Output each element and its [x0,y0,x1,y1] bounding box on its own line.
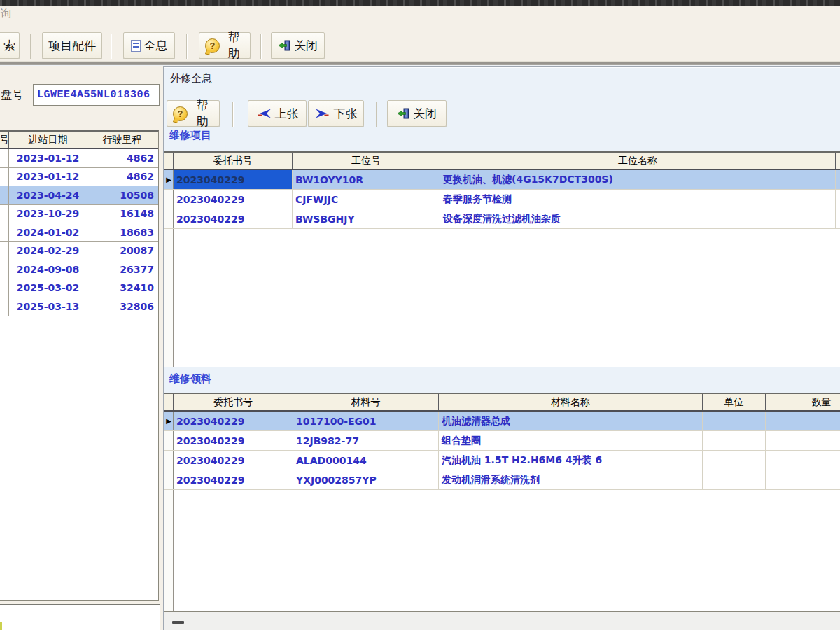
dialog-close-button[interactable]: 关闭 [387,100,447,127]
table-row[interactable]: 2025-03-0232410 [0,279,158,298]
toolbar-separator [376,102,377,127]
toolbar-separator [260,34,262,59]
table-cell[interactable]: 4862 [88,149,158,167]
table-cell[interactable]: CJFWJJC [293,190,440,209]
column-header: 工位号 [293,153,440,169]
table-cell[interactable]: 1017100-EG01 [293,412,439,430]
search-button[interactable]: 索 [0,32,20,59]
table-cell[interactable] [0,298,9,316]
table-cell[interactable]: 2023040229 [174,170,293,189]
table-cell[interactable]: 2023040229 [174,431,293,450]
table-row[interactable]: ▶2023040229BW1OYY10R更换机油、机滤(4G15K7DCT300… [164,170,840,190]
table-cell[interactable]: 更换机油、机滤(4G15K7DCT300S) [440,170,836,189]
close-label: 关闭 [294,38,318,54]
table-cell[interactable]: 32410 [88,279,158,298]
table-cell[interactable]: 2025-03-02 [9,279,88,298]
table-cell[interactable]: 18683 [88,223,158,241]
table-cell[interactable] [766,431,840,450]
table-cell[interactable]: 2023040229 [174,412,293,430]
table-cell[interactable]: 26377 [88,260,158,279]
table-cell[interactable]: 2024-02-29 [9,242,88,260]
table-cell[interactable]: 机油滤清器总成 [439,412,703,430]
table-cell[interactable]: 春季服务节检测 [440,190,836,209]
table-cell[interactable] [0,242,9,260]
row-indicator: ▶ [164,170,174,189]
table-row[interactable]: 202304022912JB982-77组合垫圈 [164,431,840,451]
dialog-toolbar: ? 帮助 上张 下张 [164,100,840,128]
column-header: 号 [0,132,9,148]
table-cell[interactable]: 2023-01-12 [9,168,88,186]
table-cell[interactable]: 12JB982-77 [293,431,439,450]
table-cell[interactable]: 组合垫圈 [439,431,703,450]
table-cell[interactable] [703,412,766,430]
dialog-help-button[interactable]: ? 帮助 [167,100,220,127]
table-cell[interactable] [0,279,9,298]
table-cell[interactable] [703,431,766,450]
hologram-button[interactable]: 全息 [123,32,175,59]
chassis-number-field[interactable]: LGWEE4A55NL018306 [33,84,160,106]
table-cell[interactable]: 2023040229 [174,470,293,489]
visits-grid: 号进站日期行驶里程2023-01-1248622023-01-124862202… [0,130,159,601]
table-cell[interactable]: 20087 [88,242,158,260]
table-cell[interactable] [0,168,9,186]
table-cell[interactable]: 4862 [88,168,158,186]
table-row[interactable]: 2023-01-124862 [0,168,158,187]
table-cell[interactable]: 2023040229 [174,209,293,228]
table-cell[interactable] [703,451,766,470]
table-cell[interactable]: 2023-04-24 [9,186,88,204]
table-cell[interactable]: 10508 [88,186,158,204]
table-cell[interactable]: 2024-01-02 [9,223,88,241]
table-cell[interactable]: BW1OYY10R [293,170,440,189]
table-cell[interactable] [703,470,766,489]
table-row[interactable]: 2023-10-2916148 [0,205,158,224]
table-cell[interactable]: 2024-09-08 [9,260,88,279]
next-record-button[interactable]: 下张 [308,100,364,127]
row-indicator [164,451,174,470]
table-row[interactable]: 2025-03-1332806 [0,298,158,316]
table-cell[interactable]: 2023-01-12 [9,149,88,167]
table-row[interactable]: 2024-09-0826377 [0,260,158,279]
dialog-title: 外修全息 [170,72,212,85]
table-cell[interactable]: 2023040229 [174,451,293,470]
table-row[interactable]: 2024-02-2920087 [0,242,158,261]
column-header: 行驶里程 [88,132,158,148]
table-cell[interactable]: ALAD000144 [293,451,439,470]
table-row[interactable]: 2023-01-124862 [0,149,158,168]
table-cell[interactable]: 16148 [88,205,158,223]
table-row[interactable]: 2023040229CJFWJJC春季服务节检测 [164,190,840,209]
table-cell[interactable]: YXJ0002857YP [293,470,439,489]
table-cell[interactable] [0,260,9,279]
table-cell[interactable]: 汽油机油 1.5T H2.H6M6 4升装 6 [439,451,703,470]
menu-item-query[interactable]: 询 [1,7,11,20]
table-row[interactable]: 2023040229YXJ0002857YP发动机润滑系统清洗剂 [164,470,840,490]
table-cell[interactable]: 设备深度清洗过滤机油杂质 [440,209,836,228]
table-cell[interactable] [0,149,9,167]
table-cell[interactable]: 2023040229 [174,190,293,209]
table-cell[interactable] [766,470,840,489]
project-parts-button[interactable]: 项目配件 [42,32,102,59]
table-cell[interactable] [0,186,9,204]
table-cell[interactable]: BWSBGHJY [293,209,440,228]
help-button[interactable]: ? 帮助 [199,32,251,59]
bottom-input[interactable] [0,604,160,630]
table-cell[interactable]: 2025-03-13 [9,298,88,316]
arrow-left-icon [256,108,272,119]
table-cell[interactable] [0,223,9,241]
table-cell[interactable] [766,451,840,470]
table-row[interactable]: 2023040229BWSBGHJY设备深度清洗过滤机油杂质 [164,209,840,229]
table-row[interactable]: 2024-01-0218683 [0,223,158,242]
table-cell[interactable]: 2023-10-29 [9,205,88,223]
table-row[interactable]: 2023-04-2410508 [0,186,158,205]
table-cell[interactable]: 32806 [88,298,158,316]
close-button[interactable]: 关闭 [271,32,325,59]
exit-door-icon [397,108,410,119]
previous-record-button[interactable]: 上张 [248,100,307,127]
table-cell[interactable] [766,412,840,430]
table-row[interactable]: 2023040229ALAD000144汽油机油 1.5T H2.H6M6 4升… [164,451,840,470]
dialog-close-label: 关闭 [413,106,437,122]
search-button-label: 索 [4,38,15,54]
resize-grip [172,621,184,624]
table-row[interactable]: ▶20230402291017100-EG01机油滤清器总成 [164,412,840,431]
table-cell[interactable] [0,205,9,223]
table-cell[interactable]: 发动机润滑系统清洗剂 [439,470,703,489]
